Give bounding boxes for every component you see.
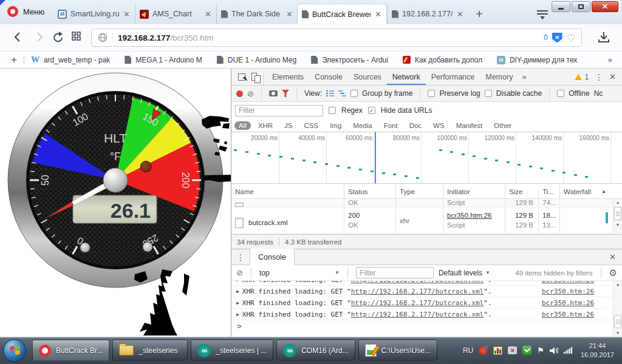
console-scrollbar[interactable]: ▲ ▼	[613, 281, 622, 337]
taskbar-button[interactable]: ∞COM16 (Ard...	[276, 340, 355, 361]
filter-pill-js[interactable]: JS	[280, 121, 296, 130]
browser-tab[interactable]: AMS_Chart✕	[135, 4, 216, 24]
tab-close-icon[interactable]: ✕	[456, 10, 464, 19]
tab-close-icon[interactable]: ✕	[123, 10, 131, 19]
monitor-chart-tray-icon[interactable]	[493, 346, 502, 355]
source-location-link[interactable]: bcr350.htm:26	[542, 288, 594, 295]
filter-pill-doc[interactable]: Doc	[405, 121, 426, 130]
expand-arrow-icon[interactable]: ▶	[236, 281, 239, 283]
scroll-up-icon[interactable]: ▲	[613, 199, 622, 206]
list-view-icon[interactable]	[326, 90, 334, 97]
hide-data-urls-checkbox[interactable]: ✓	[368, 107, 375, 114]
column-header-ti[interactable]: Ti...	[538, 184, 559, 199]
bookmarks-overflow-button[interactable]: »	[608, 55, 612, 64]
adblock-shield-icon[interactable]: ✕	[552, 33, 562, 43]
request-url-link[interactable]: http://192.168.2.177/butcrack.xml	[351, 281, 484, 284]
language-indicator[interactable]: RU	[463, 346, 473, 355]
devtools-menu-button[interactable]: ⋮	[595, 72, 603, 82]
console-message[interactable]: ▶XHR finished loading: GET "http://192.1…	[231, 281, 612, 286]
bookmark-item[interactable]: DUE 1 - Arduino Meg	[217, 56, 296, 64]
devtools-tab-sources[interactable]: Sources	[348, 69, 387, 85]
disable-cache-checkbox[interactable]	[485, 90, 492, 97]
console-close-button[interactable]: ✕	[609, 252, 616, 261]
bookmark-item[interactable]: Как добавить допол	[403, 56, 482, 64]
column-header-name[interactable]: Name	[231, 184, 344, 199]
action-center-flag-icon[interactable]: ⚑	[537, 346, 544, 355]
column-header-status[interactable]: Status	[344, 184, 395, 199]
table-row[interactable]: OK Script 129 B 74...	[231, 199, 622, 207]
console-prompt[interactable]: >	[237, 322, 242, 331]
tab-close-icon[interactable]: ✕	[285, 10, 293, 19]
offline-checkbox[interactable]	[557, 90, 564, 97]
bookmark-heart-icon[interactable]: ♡	[567, 32, 575, 44]
devtools-tab-performance[interactable]: Performance	[426, 69, 480, 85]
browser-tab[interactable]: MSmartLiving.ru • C✕	[53, 4, 135, 24]
filter-pill-img[interactable]: Img	[326, 121, 346, 130]
taskbar-button[interactable]: ButtCrack Br...	[32, 340, 109, 361]
bookmark-item[interactable]: MEGA 1 - Arduino M	[125, 56, 202, 64]
taskbar-button[interactable]: C:\Users\Use...	[358, 340, 437, 361]
bookmark-item[interactable]: HDIY-диммер для тех	[497, 56, 577, 64]
minimize-button[interactable]	[552, 1, 570, 12]
tab-menu-button[interactable]	[537, 10, 548, 19]
updater-tray-icon[interactable]	[522, 346, 531, 355]
devtools-close-button[interactable]: ✕	[609, 72, 616, 81]
add-bookmark-button[interactable]: +	[11, 54, 17, 66]
clear-button[interactable]: ⊘	[247, 89, 254, 98]
screenshot-capture-icon[interactable]	[269, 90, 278, 96]
taskbar-button[interactable]: ∞_steelseries | ...	[191, 340, 273, 361]
reload-button[interactable]	[52, 32, 64, 44]
waterfall-view-icon[interactable]	[338, 90, 346, 97]
column-header-initiator[interactable]: Initiator	[443, 184, 505, 199]
clear-console-button[interactable]: ⊘	[236, 268, 243, 277]
table-row[interactable]: butcrack.xml 200OK xhr bcr350.htm:26Scri…	[231, 207, 622, 234]
expand-arrow-icon[interactable]: ▶	[236, 289, 239, 294]
record-button[interactable]	[236, 90, 243, 97]
back-button[interactable]	[12, 32, 23, 42]
volume-tray-icon[interactable]	[550, 347, 558, 354]
new-tab-button[interactable]: +	[468, 7, 490, 21]
scroll-up-icon[interactable]: ▲	[613, 281, 622, 288]
filter-pill-font[interactable]: Font	[380, 121, 402, 130]
console-menu-button[interactable]: ⋮	[236, 252, 245, 262]
column-header-type[interactable]: Type	[395, 184, 443, 199]
devtools-tab-elements[interactable]: Elements	[267, 69, 309, 85]
initiator-link[interactable]: bcr350.htm:26	[447, 212, 492, 219]
devtools-tab-console[interactable]: Console	[309, 69, 348, 85]
network-overview-timeline[interactable]: 20000 ms40000 ms60000 ms80000 ms100000 m…	[231, 132, 622, 184]
device-toolbar-button[interactable]	[251, 73, 257, 81]
browser-tab[interactable]: The Dark Side of t✕	[216, 4, 298, 24]
opera-menu-button[interactable]: Меню	[7, 6, 44, 17]
throttling-select[interactable]: Nc	[594, 89, 603, 98]
taskbar-button[interactable]: _steelseries	[112, 340, 188, 361]
safely-remove-tray-icon[interactable]: ✕	[508, 346, 517, 354]
console-filter-input[interactable]	[356, 267, 434, 278]
console-message[interactable]: ▶XHR finished loading: GET "http://192.1…	[231, 297, 612, 309]
network-tray-icon[interactable]	[564, 347, 572, 354]
bookmark-item[interactable]: Ward_web_temp - pak	[31, 55, 110, 65]
regex-checkbox[interactable]	[329, 107, 336, 114]
forward-button[interactable]	[34, 32, 45, 42]
tab-close-icon[interactable]: ✕	[374, 10, 382, 19]
network-filter-input[interactable]	[235, 105, 323, 116]
console-message[interactable]: ▶XHR finished loading: GET "http://192.1…	[231, 309, 612, 320]
request-url-link[interactable]: http://192.168.2.177/butcrack.xml	[351, 299, 484, 307]
preserve-log-checkbox[interactable]	[428, 90, 435, 97]
scrollbar-thumb[interactable]	[614, 207, 621, 220]
request-url-link[interactable]: http://192.168.2.177/butcrack.xml	[351, 311, 484, 318]
expand-arrow-icon[interactable]: ▶	[236, 300, 239, 306]
request-url-link[interactable]: http://192.168.2.177/butcrack.xml	[351, 288, 484, 295]
clock[interactable]: 21:44 16.09.2017	[578, 342, 617, 359]
console-tab[interactable]: Console	[250, 249, 295, 265]
tab-close-icon[interactable]: ✕	[204, 10, 212, 19]
bookmark-item[interactable]: Электросеть - Ardui	[311, 56, 388, 64]
filter-pill-manifest[interactable]: Manifest	[452, 121, 487, 130]
scrollbar-thumb[interactable]	[614, 315, 621, 328]
devtools-tab-memory[interactable]: Memory	[480, 69, 518, 85]
filter-funnel-icon[interactable]	[282, 90, 289, 97]
inspect-element-button[interactable]	[238, 73, 245, 81]
context-selector[interactable]: top▼	[259, 269, 340, 277]
column-header-waterfall[interactable]: Waterfall▲	[559, 184, 622, 199]
close-button[interactable]: ✕	[592, 1, 618, 12]
filter-pill-ws[interactable]: WS	[429, 121, 449, 130]
